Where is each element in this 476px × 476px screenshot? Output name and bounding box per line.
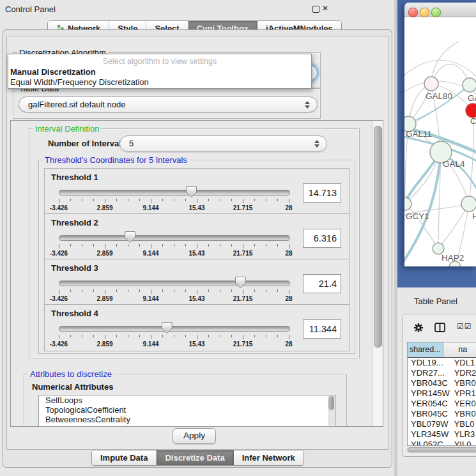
threshold-value-field[interactable]: 11.344 [303,319,341,339]
slider-track[interactable] [59,280,290,286]
tick-mark [82,199,82,201]
tick-mark [59,335,59,339]
tick-mark [197,199,197,203]
attribute-list-item[interactable]: SelfLoops [39,395,335,405]
node-label: C [470,116,476,126]
table-row[interactable]: YLR345WYLR3 [408,429,476,440]
column-header-shared-name[interactable]: shared... [408,342,443,357]
split-columns-icon[interactable] [434,323,445,332]
table-row[interactable]: YIL052CYIL0 [408,440,476,446]
table-row[interactable]: YBR043CYBR0 [408,378,476,388]
close-traffic-light[interactable] [408,8,418,17]
tick-mark [231,244,232,247]
scale-label: 28 [285,204,292,211]
attributes-listbox[interactable]: SelfLoopsTopologicalCoefficientBetweenne… [38,395,336,427]
tick-mark [174,244,174,247]
threshold-value-field[interactable]: 14.713 [303,183,341,203]
threshold-value-field[interactable]: 6.316 [303,229,341,248]
tick-mark [162,244,163,247]
scale-label: 15.43 [188,250,204,257]
group-title: Attributes to discretize [28,369,114,379]
tick-mark [289,199,289,203]
minimize-traffic-light[interactable] [420,8,429,17]
slider-track[interactable] [59,326,290,332]
tick-mark [139,289,140,292]
horizontal-scrollbar[interactable] [406,447,476,453]
tick-mark [220,335,220,337]
list-scrollbar[interactable] [328,396,335,426]
zoom-traffic-light[interactable] [431,8,441,17]
attribute-list-item[interactable]: BetweennessCentrality [39,415,335,424]
scale-label: 28 [285,341,292,348]
slider-thumb[interactable] [162,322,173,334]
tick-mark [93,199,94,201]
network-window-titlebar[interactable] [404,3,476,17]
table-row[interactable]: YPR145WYPR1 [408,388,476,399]
vertical-scrollbar[interactable] [372,121,383,426]
tab-impute-data[interactable]: Impute Data [92,450,157,465]
combo-value: 5 [129,139,134,148]
node-label: GA [468,93,476,103]
network-canvas[interactable]: GAL80GACGAL11GAL4GCY1HHAP2 [404,17,476,266]
table-data-combo[interactable]: galFiltered.sif default node [19,96,318,112]
tab-infer-network[interactable]: Infer Network [234,450,303,465]
cell-name: YBR0 [452,378,476,388]
slider-track[interactable] [59,235,290,241]
tick-mark [243,335,243,339]
scrollbar-thumb[interactable] [328,396,334,410]
threshold-label: Threshold 4 [51,309,98,318]
table-row[interactable]: YBL079WYBL0 [408,419,476,429]
network-node-red[interactable] [466,104,476,118]
checkbox-icons[interactable]: ☑☑ [457,322,472,331]
desktop-background: GAL80GACGAL11GAL4GCY1HHAP2 [397,0,476,288]
network-node-green[interactable] [404,197,411,210]
table-panel-title: Table Panel [414,296,457,306]
cell-name: YBL0 [452,419,476,429]
table-row[interactable]: YDL19...YDL1 [408,358,476,368]
scrollbar-thumb[interactable] [408,447,476,452]
table-data-group: Table Data galFiltered.sif default node [13,88,321,119]
gear-icon[interactable] [413,323,424,333]
tick-mark [162,289,163,292]
table-panel-box: ☑☑ shared... na YDL19...YDL1YDR27...YDR2… [403,314,476,457]
float-window-icon[interactable] [312,6,319,13]
threshold-value-field[interactable]: 21.4 [303,274,341,293]
column-header-name[interactable]: na [443,342,476,357]
combo-stepper-icon [304,100,310,109]
network-node-pink[interactable] [424,77,438,91]
node-label: GAL11 [406,129,432,139]
slider-thumb[interactable] [125,231,135,243]
tick-mark [174,199,174,201]
dropdown-option-equal-width[interactable]: Equal Width/Frequency Discretization [10,77,149,87]
slider-thumb[interactable] [186,186,197,197]
threshold-label: Threshold 2 [51,218,98,227]
number-of-intervals-combo[interactable]: 5 [119,135,327,152]
tick-mark [243,244,243,249]
table-row[interactable]: YDR27...YDR2 [408,368,476,378]
table-row[interactable]: YER054CYER0 [408,399,476,409]
tick-mark [266,335,266,337]
node-table[interactable]: shared... na YDL19...YDL1YDR27...YDR2YBR… [407,342,476,446]
tick-mark [151,244,151,249]
threshold-panel: Threshold 2-3.4262.8599.14415.4321.71528… [44,213,349,261]
tick-mark [254,199,255,201]
network-view-window[interactable]: GAL80GACGAL11GAL4GCY1HHAP2 [404,3,476,266]
tick-mark [70,335,71,337]
slider-track[interactable] [59,190,290,196]
scrollbar-thumb[interactable] [374,126,382,348]
table-row[interactable]: YBR045CYBR0 [408,409,476,419]
apply-button[interactable]: Apply [173,428,216,444]
tick-mark [82,289,82,292]
close-icon[interactable]: ✕ [322,4,328,13]
network-node-green[interactable] [463,78,476,92]
tab-discretize-data[interactable]: Discretize Data [157,450,233,465]
attribute-list-item[interactable]: TopologicalCoefficient [39,405,335,415]
tick-mark [70,289,71,292]
node-label: HAP2 [441,253,464,263]
slider-thumb[interactable] [235,277,246,288]
dropdown-option-manual[interactable]: Manual Discretization [10,67,96,77]
tick-mark [93,335,94,337]
network-node-green[interactable] [461,196,476,211]
settings-scrollpane: Interval Definition Number of Intervals … [10,120,383,427]
tick-mark [70,244,71,247]
